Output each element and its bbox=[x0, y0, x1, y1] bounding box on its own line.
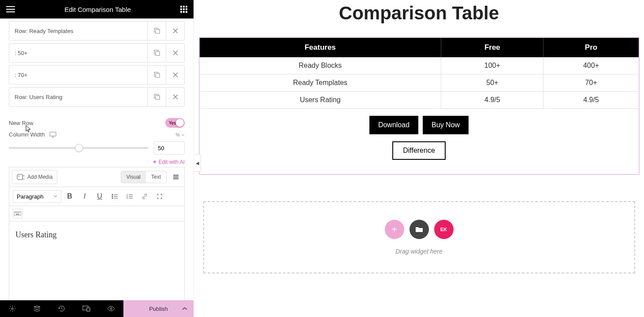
kit-icon: EK bbox=[440, 226, 448, 232]
svg-rect-12 bbox=[156, 52, 160, 55]
fullscreen-button[interactable] bbox=[153, 190, 166, 203]
duplicate-icon[interactable] bbox=[147, 88, 166, 106]
dropzone-label: Drag widget here bbox=[395, 248, 443, 255]
row-properties: New Row Yes Column Width % bbox=[0, 109, 194, 159]
apps-icon[interactable] bbox=[180, 6, 187, 13]
svg-rect-6 bbox=[180, 11, 182, 13]
kit-button[interactable]: EK bbox=[434, 220, 454, 239]
close-icon[interactable] bbox=[166, 88, 184, 106]
column-width-property: Column Width % bbox=[9, 131, 185, 138]
editor-sidebar: Edit Comparison Table Row: Ready Templat… bbox=[0, 0, 194, 317]
chevron-down-icon bbox=[54, 195, 57, 198]
duplicate-icon[interactable] bbox=[147, 66, 166, 84]
add-media-button[interactable]: Add Media bbox=[12, 170, 57, 184]
navigator-icon[interactable] bbox=[25, 300, 49, 317]
duplicate-icon[interactable] bbox=[147, 22, 166, 40]
desktop-icon[interactable] bbox=[49, 132, 56, 138]
svg-rect-3 bbox=[180, 8, 182, 10]
svg-rect-10 bbox=[156, 29, 160, 33]
sparkle-icon: ✦ bbox=[153, 159, 157, 165]
svg-rect-0 bbox=[180, 6, 182, 7]
column-width-input[interactable] bbox=[154, 141, 185, 155]
new-row-label: New Row bbox=[9, 120, 34, 126]
row-label: : 70+ bbox=[9, 66, 147, 84]
svg-point-19 bbox=[19, 176, 19, 177]
media-icon bbox=[17, 174, 25, 180]
svg-rect-16 bbox=[156, 96, 160, 100]
column-width-slider[interactable] bbox=[9, 144, 149, 152]
difference-button[interactable]: Difference bbox=[392, 141, 446, 160]
close-icon[interactable] bbox=[166, 44, 184, 62]
italic-button[interactable]: I bbox=[78, 190, 91, 203]
sidebar-header: Edit Comparison Table bbox=[0, 0, 194, 18]
close-icon[interactable] bbox=[166, 22, 184, 40]
buy-now-button[interactable]: Buy Now bbox=[423, 116, 469, 134]
row-label: Row: Ready Templates bbox=[9, 22, 147, 40]
row-label: : 50+ bbox=[9, 44, 147, 62]
edit-with-ai-link[interactable]: ✦ Edit with AI bbox=[0, 159, 194, 167]
table-row: Ready Blocks 100+ 400+ bbox=[200, 57, 639, 74]
distraction-free-icon[interactable] bbox=[169, 170, 182, 184]
table-row[interactable]: : 70+ bbox=[9, 65, 185, 85]
svg-point-22 bbox=[112, 198, 113, 199]
svg-rect-26 bbox=[14, 211, 21, 216]
svg-rect-31 bbox=[16, 214, 19, 215]
editor-toolbar: Add Media Visual Text Paragraph B I U 12… bbox=[9, 167, 185, 221]
keyboard-icon[interactable] bbox=[13, 209, 22, 218]
svg-rect-2 bbox=[186, 6, 187, 7]
svg-text:EK: EK bbox=[440, 227, 447, 232]
link-button[interactable] bbox=[138, 190, 151, 203]
new-row-toggle[interactable]: Yes bbox=[165, 118, 185, 128]
plus-icon: + bbox=[392, 225, 397, 235]
close-icon[interactable] bbox=[166, 66, 184, 84]
numbered-list-button[interactable]: 123 bbox=[123, 190, 136, 203]
svg-rect-18 bbox=[17, 174, 22, 180]
svg-point-20 bbox=[112, 194, 113, 195]
underline-button[interactable]: U bbox=[93, 190, 106, 203]
sidebar-body: Row: Ready Templates : 50+ : 70+ Row: Us… bbox=[0, 18, 194, 300]
table-row: Users Rating 4.9/5 4.9/5 bbox=[200, 92, 639, 109]
bottom-bar: Publish bbox=[0, 300, 194, 317]
unit-selector[interactable]: % bbox=[175, 132, 185, 137]
publish-button[interactable]: Publish bbox=[123, 300, 194, 317]
table-header: Features bbox=[200, 38, 441, 57]
menu-icon[interactable] bbox=[6, 6, 15, 12]
folder-icon bbox=[415, 226, 423, 232]
history-icon[interactable] bbox=[49, 300, 74, 317]
new-row-property: New Row Yes bbox=[9, 118, 185, 128]
tab-text[interactable]: Text bbox=[146, 171, 166, 183]
bold-button[interactable]: B bbox=[63, 190, 76, 203]
preview-icon[interactable] bbox=[99, 300, 123, 317]
widget-dropzone[interactable]: + EK Drag widget here bbox=[203, 201, 635, 273]
table-row: Ready Templates 50+ 70+ bbox=[200, 74, 639, 92]
svg-rect-17 bbox=[50, 132, 56, 136]
comparison-table: Features Free Pro Ready Blocks 100+ 400+… bbox=[200, 38, 639, 109]
responsive-icon[interactable] bbox=[74, 300, 99, 317]
panel-title: Edit Comparison Table bbox=[64, 6, 131, 13]
svg-text:3: 3 bbox=[127, 197, 128, 199]
templates-button[interactable] bbox=[409, 220, 429, 239]
svg-rect-5 bbox=[186, 8, 187, 10]
svg-rect-4 bbox=[183, 8, 185, 10]
settings-icon[interactable] bbox=[0, 300, 25, 317]
table-row[interactable]: Row: Users Rating bbox=[9, 87, 185, 107]
page-title: Comparison Table bbox=[198, 3, 640, 24]
table-row[interactable]: : 50+ bbox=[9, 43, 185, 63]
bullet-list-button[interactable] bbox=[108, 190, 121, 203]
add-section-button[interactable]: + bbox=[385, 220, 404, 239]
download-button[interactable]: Download bbox=[369, 116, 418, 134]
format-select[interactable]: Paragraph bbox=[13, 190, 61, 203]
chevron-up-icon[interactable] bbox=[182, 307, 187, 310]
column-width-slider-row bbox=[9, 141, 185, 155]
table-header: Pro bbox=[543, 38, 639, 57]
comparison-table-widget[interactable]: Features Free Pro Ready Blocks 100+ 400+… bbox=[199, 37, 640, 175]
svg-rect-30 bbox=[19, 212, 20, 213]
svg-point-35 bbox=[110, 308, 112, 310]
tab-visual[interactable]: Visual bbox=[121, 171, 146, 183]
table-row[interactable]: Row: Ready Templates bbox=[9, 21, 185, 41]
duplicate-icon[interactable] bbox=[147, 44, 166, 62]
svg-rect-29 bbox=[18, 212, 19, 213]
collapse-panel-button[interactable]: ◀ bbox=[194, 154, 201, 172]
svg-rect-7 bbox=[183, 11, 185, 13]
editor-content[interactable]: Users Rating bbox=[9, 221, 185, 300]
